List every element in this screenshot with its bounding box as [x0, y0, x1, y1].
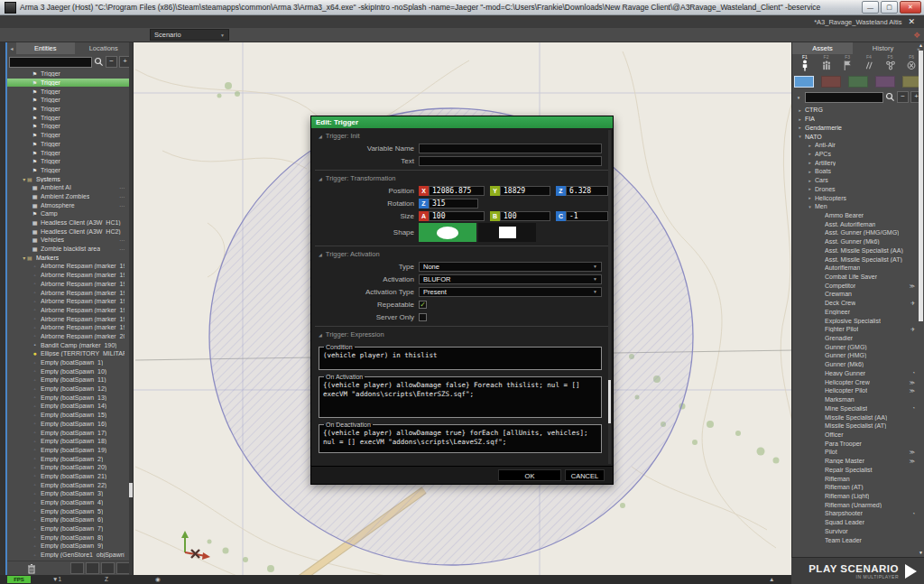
tree-item[interactable]: ◦ Airborne Respawn (marker_192) [7, 262, 133, 271]
activation-type-dropdown[interactable]: Present▼ [419, 287, 602, 297]
asset-item[interactable]: ▸ Drones [792, 184, 924, 193]
collapse-all-button[interactable]: − [897, 91, 909, 103]
tree-item[interactable]: ▦ Ambient AI ⋯ [7, 183, 133, 192]
layer-indicator[interactable]: ▼1 [52, 576, 61, 582]
tree-item[interactable]: ⚑ Trigger [7, 140, 133, 149]
assets-scrollbar[interactable]: ▲ ▼ [919, 42, 923, 557]
scenario-tab-label[interactable]: *A3_Ravage_Wasteland Altis [814, 18, 901, 26]
tree-item[interactable]: ◦ Empty (boatSpawn_11) [7, 375, 133, 385]
tree-item[interactable]: ▦ Ambient Zombies ⋯ [7, 192, 133, 201]
scrollbar-thumb[interactable] [129, 483, 133, 497]
asset-item[interactable]: Gunner (HMG) [792, 351, 924, 360]
asset-item[interactable]: ▸ Helicopters [792, 193, 924, 202]
shape-rectangle-button[interactable] [478, 223, 536, 242]
asset-item[interactable]: ▸ Boats [792, 167, 924, 176]
asset-item[interactable]: Helicopter Crew ≫ [792, 377, 924, 386]
section-trigger-activation[interactable]: ◢ Trigger: Activation [319, 248, 602, 260]
type-dropdown[interactable]: None▼ [419, 262, 602, 272]
tree-item[interactable]: ⚑ Trigger [7, 131, 133, 140]
tree-item[interactable]: ⚑ Trigger [7, 87, 133, 96]
tree-item[interactable]: ◦ Empty (boatSpawn_17) [7, 428, 133, 437]
tree-item[interactable]: ▦ Headless Client (A3W_HC2) [7, 227, 133, 236]
entities-scrollbar[interactable] [129, 42, 133, 575]
toolbar-scenario-dropdown[interactable]: Scenario ▼ [150, 29, 229, 41]
section-trigger-transformation[interactable]: ◢ Trigger: Transformation [319, 172, 602, 184]
asset-item[interactable]: Rifleman (Unarmed) [792, 500, 924, 509]
tree-item[interactable]: ◦ Empty (boatSpawn_2) [7, 454, 133, 463]
position-x-input[interactable]: 12086.875 [429, 186, 485, 196]
scroll-up-icon[interactable]: ▲ [919, 42, 923, 48]
dialog-scrollbar[interactable] [608, 130, 611, 464]
tree-item[interactable]: ◦ Empty (boatSpawn_8) [7, 533, 133, 542]
asset-item[interactable]: Officer [792, 431, 924, 440]
tree-item[interactable]: ◦ Airborne Respawn (marker_193) [7, 271, 133, 280]
asset-item[interactable]: Heavy Gunner ◔ [792, 369, 924, 378]
tree-item[interactable]: ◦ Airborne Respawn (marker_199) [7, 323, 133, 332]
asset-item[interactable]: Ammo Bearer [792, 211, 924, 220]
asset-item[interactable]: Rifleman (AT) [792, 483, 924, 492]
tree-item[interactable]: ⚑ Trigger [7, 113, 133, 122]
tree-item[interactable]: ◦ Empty (boatSpawn_14) [7, 402, 133, 411]
size-a-input[interactable]: 100 [429, 211, 485, 221]
asset-item[interactable]: ▸ Cars [792, 176, 924, 185]
tree-item[interactable]: ◦ Empty (boatSpawn_9) [7, 542, 133, 551]
tree-item[interactable]: ◦ Empty (boatSpawn_5) [7, 506, 133, 515]
text-input[interactable] [419, 156, 602, 166]
section-trigger-init[interactable]: ◢ Trigger: Init [319, 130, 602, 142]
asset-item[interactable]: Mine Specialist ◔ [792, 403, 924, 413]
asset-item[interactable]: Missile Specialist (AT) [792, 422, 924, 431]
tab-locations[interactable]: Locations [75, 42, 134, 54]
tree-item[interactable]: ◦ Airborne Respawn (marker_197) [7, 306, 133, 315]
tree-item[interactable]: ⚑ Trigger [7, 148, 133, 157]
tree-item[interactable]: ◦ Airborne Respawn (marker_196) [7, 297, 133, 306]
size-c-input[interactable]: -1 [566, 211, 608, 221]
scroll-down-icon[interactable]: ▼ [919, 550, 923, 555]
tree-item[interactable]: ▦ Zombie blacklist area ⋯ [7, 245, 133, 254]
collapse-all-button[interactable]: − [106, 56, 117, 68]
tree-item[interactable]: ⚑ Camp [7, 209, 133, 218]
tree-item[interactable]: ◦ Airborne Respawn (marker_204) [7, 332, 133, 341]
asset-item[interactable]: ▸ APCs [792, 150, 924, 159]
tree-item[interactable]: ▦ Vehicles ⋯ [7, 236, 133, 245]
tree-item[interactable]: ◦ Empty (boatSpawn_16) [7, 420, 133, 429]
mode-waypoints-button[interactable]: F4 [858, 54, 880, 74]
activation-dropdown[interactable]: BLUFOR▼ [419, 274, 602, 284]
scrollbar-thumb[interactable] [608, 380, 611, 423]
footer-tool-button[interactable] [101, 562, 115, 574]
tree-item[interactable]: ◦ Empty (boatSpawn_18) [7, 437, 133, 446]
tree-item[interactable]: ⚑ Trigger [7, 70, 133, 79]
asset-item[interactable]: Team Leader [792, 535, 924, 544]
tree-item[interactable]: ◦ Empty (GenStore2_objSpawn) [7, 560, 133, 561]
maximize-button[interactable]: ▢ [881, 1, 898, 14]
search-icon[interactable] [94, 57, 104, 67]
asset-item[interactable]: ▸ CTRG [792, 106, 924, 115]
tree-item[interactable]: ◦ Empty (boatSpawn_7) [7, 524, 133, 533]
asset-item[interactable]: Explosive Specialist [792, 316, 924, 325]
tree-item[interactable]: ● Ellipse (TERRITORY_MILITARY_RESE [7, 349, 133, 358]
tree-item[interactable]: ⚑ Trigger [7, 105, 133, 114]
section-trigger-expression[interactable]: ◢ Trigger: Expression [319, 329, 602, 340]
tree-item[interactable]: ▦ Atmosphere ⋯ [7, 200, 133, 209]
tree-item[interactable]: ⚑ Trigger [7, 79, 133, 88]
asset-item[interactable]: Marksman [792, 395, 924, 404]
asset-item[interactable]: Asst. Missile Specialist (AA) [792, 246, 924, 255]
asset-item[interactable]: Repair Specialist [792, 465, 924, 474]
mode-units-button[interactable]: F1 [794, 54, 816, 74]
expand-statusbar-icon[interactable]: ▲ [769, 576, 774, 582]
asset-item[interactable]: Squad Leader [792, 518, 924, 527]
minimize-button[interactable]: — [862, 1, 879, 14]
mode-groups-button[interactable]: F2 [816, 54, 837, 74]
asset-item[interactable]: Asst. Gunner (HMG/GMG) [792, 228, 924, 237]
tab-assets[interactable]: Assets [792, 42, 853, 54]
variable-name-input[interactable] [419, 144, 602, 153]
visibility-icon[interactable]: ◉ [155, 576, 161, 583]
footer-tool-button[interactable] [116, 562, 130, 574]
search-icon[interactable] [885, 92, 895, 102]
tree-item[interactable]: ◦ Airborne Respawn (marker_194) [7, 280, 133, 289]
asset-item[interactable]: Asst. Gunner (Mk6) [792, 237, 924, 246]
tree-item[interactable]: ⚑ Trigger [7, 157, 133, 166]
ok-button[interactable]: OK [498, 469, 561, 481]
asset-item[interactable]: ▸ Gendarmerie [792, 123, 924, 132]
asset-item[interactable]: Deck Crew ✈ [792, 299, 924, 308]
asset-item[interactable]: Sharpshooter ◔ [792, 509, 924, 518]
